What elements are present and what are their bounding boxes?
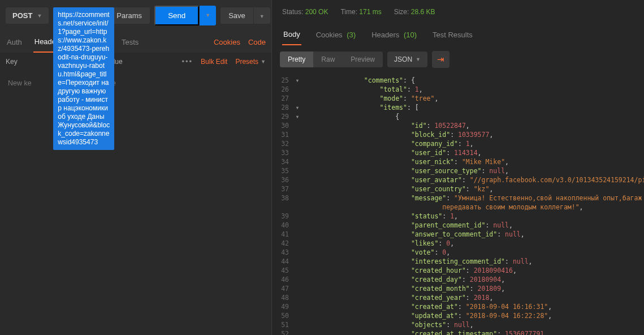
wrap-lines-button[interactable]: ⇥ <box>432 51 449 68</box>
save-button[interactable]: Save <box>221 7 253 24</box>
size-label: Size: 28.6 KB <box>394 8 435 16</box>
response-body[interactable]: 25▾ "comments": {26 "total": 1,27 "mode"… <box>272 74 644 335</box>
view-mode-group: Pretty Raw Preview <box>280 51 383 67</box>
tab-resp-headers[interactable]: Headers (10) <box>370 25 418 45</box>
http-method-select[interactable]: POST ▼ <box>6 7 49 24</box>
header-key-input[interactable] <box>6 76 40 91</box>
cookies-link[interactable]: Cookies <box>214 38 240 46</box>
chevron-down-icon: ▼ <box>261 59 266 65</box>
chevron-down-icon: ▼ <box>260 14 265 19</box>
url-autocomplete[interactable]: https://zcomments.net/service/init/1?pag… <box>53 7 114 150</box>
chevron-down-icon: ▼ <box>205 12 210 18</box>
method-label: POST <box>12 11 32 20</box>
code-link[interactable]: Code <box>248 38 266 46</box>
tab-tests[interactable]: Tests <box>120 32 140 52</box>
status-label: Status: 200 OK <box>282 8 328 16</box>
tab-auth[interactable]: Auth <box>6 32 23 52</box>
save-dropdown[interactable]: ▼ <box>254 7 270 24</box>
chevron-down-icon: ▼ <box>416 57 421 62</box>
tab-test-results[interactable]: Test Results <box>431 25 474 45</box>
format-select[interactable]: JSON ▼ <box>387 51 427 67</box>
view-preview[interactable]: Preview <box>343 51 383 67</box>
presets-dropdown[interactable]: Presets ▼ <box>235 58 266 66</box>
header-value-input[interactable] <box>96 76 266 91</box>
bulk-edit-link[interactable]: Bulk Edit <box>201 58 227 66</box>
more-icon[interactable]: ••• <box>181 57 193 66</box>
view-pretty[interactable]: Pretty <box>280 51 313 67</box>
params-button[interactable]: Params <box>109 7 150 24</box>
time-label: Time: 171 ms <box>340 8 381 16</box>
chevron-down-icon: ▼ <box>37 13 42 19</box>
view-raw[interactable]: Raw <box>313 51 343 67</box>
tab-cookies[interactable]: Cookies (3) <box>315 25 357 45</box>
value-column: alue <box>110 58 144 66</box>
tab-body[interactable]: Body <box>282 24 301 45</box>
send-dropdown[interactable]: ▼ <box>200 6 216 25</box>
key-column: Key <box>6 58 40 66</box>
send-button[interactable]: Send <box>154 6 199 25</box>
